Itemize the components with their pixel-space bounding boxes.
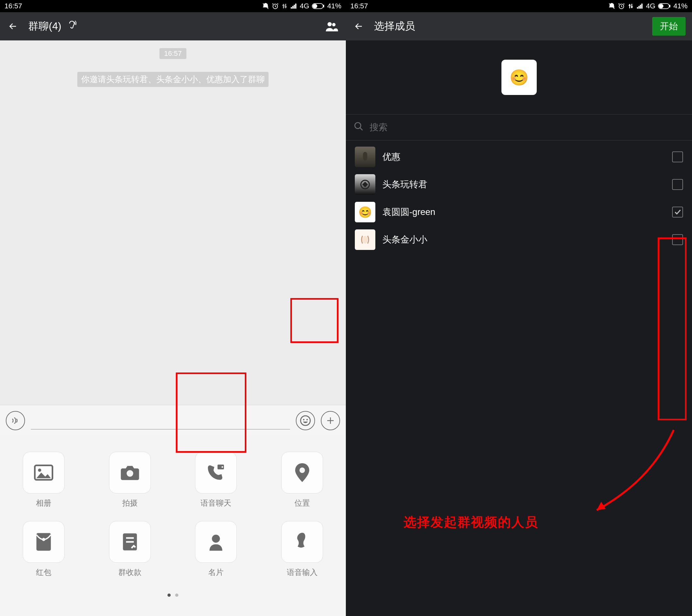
voice-toggle-button[interactable] [6,411,25,430]
member-checkbox[interactable] [672,179,683,190]
alarm-icon [272,3,279,9]
attach-groupcollect[interactable]: 群收款 [98,521,162,577]
attach-voicechat[interactable]: 语音聊天 [184,452,248,508]
member-checkbox[interactable] [672,234,683,245]
member-row[interactable]: 头条玩转君 [346,171,692,198]
attach-card-label: 名片 [208,567,223,577]
member-checkbox[interactable] [672,151,683,162]
svg-point-25 [212,535,220,543]
member-name: 头条玩转君 [383,178,665,191]
svg-rect-4 [294,5,295,8]
svg-rect-33 [669,5,670,7]
chat-body: 16:57 你邀请头条玩转君、头条金小小、优惠加入了群聊 [0,40,346,405]
svg-rect-34 [659,4,664,8]
members-button[interactable] [324,19,340,34]
network-label: 4G [300,2,309,10]
emoji-button[interactable] [296,411,315,430]
annotation-caption: 选择发起群视频的人员 [404,513,538,531]
attach-redpacket-label: 红包 [36,567,51,577]
member-name: 头条金小小 [383,234,665,246]
member-name: 袁圆圆-green [383,206,665,218]
back-button[interactable] [6,20,19,33]
avatar-emoji-icon: 😊 [510,68,529,87]
svg-rect-20 [37,533,51,551]
search-placeholder: 搜索 [370,121,388,133]
page-dot-1 [168,594,171,597]
selected-avatar-area: 😊 [346,40,692,114]
svg-rect-31 [641,4,642,9]
attach-voiceinput[interactable]: 语音输入 [270,521,334,577]
attach-redpacket[interactable]: 红包 [12,521,76,577]
chat-header: 群聊(4) [0,12,346,40]
status-time: 16:57 [4,2,22,10]
screen-selectmember: 16:57 4G 41% 选择成员 开始 😊 [346,0,692,616]
member-avatar [355,147,375,167]
attach-location[interactable]: 位置 [270,452,334,508]
svg-rect-2 [291,7,291,9]
status-bar: 16:57 4G 41% [346,0,692,12]
system-message: 你邀请头条玩转君、头条金小小、优惠加入了群聊 [77,72,268,87]
svg-point-18 [222,466,223,468]
svg-point-15 [38,469,41,472]
earpiece-icon[interactable] [67,20,77,33]
attach-voiceinput-label: 语音输入 [287,567,318,577]
svg-rect-24 [126,541,134,543]
attach-location-label: 位置 [295,498,310,508]
signal-icon [290,3,297,9]
member-row[interactable]: 😊 袁圆圆-green [346,198,692,226]
status-bar: 16:57 4G 41% [0,0,346,12]
svg-rect-8 [313,4,317,8]
member-row[interactable]: 优惠 [346,143,692,171]
svg-point-13 [306,419,308,420]
selected-avatar[interactable]: 😊 [501,60,537,95]
svg-rect-7 [323,5,324,7]
attachment-panel: 相册 拍摄 语音聊天 位置 红包 群收款 [0,436,346,616]
start-button[interactable]: 开始 [652,17,686,36]
attach-album[interactable]: 相册 [12,452,76,508]
svg-rect-28 [637,7,638,9]
input-bar [0,405,346,436]
svg-rect-29 [639,6,640,8]
updown-icon [281,3,288,9]
search-row[interactable]: 搜索 [346,114,692,141]
member-checkbox-checked[interactable] [672,207,683,217]
attach-groupcollect-label: 群收款 [118,567,142,577]
page-indicator [12,590,334,603]
member-list: 优惠 头条玩转君 😊 袁圆圆-green 头条金小小 [346,141,692,256]
svg-point-35 [355,123,361,129]
member-avatar [355,229,375,250]
message-input[interactable] [31,412,290,430]
svg-point-9 [328,22,332,26]
page-dot-2 [175,594,178,597]
battery-icon [658,3,671,9]
dnd-icon [608,3,615,9]
alarm-icon [618,3,625,9]
attach-voicechat-label: 语音聊天 [200,498,231,508]
svg-point-10 [332,23,336,27]
attach-card[interactable]: 名片 [184,521,248,577]
status-time: 16:57 [350,2,368,10]
back-button[interactable] [352,20,365,33]
dnd-icon [262,3,269,9]
updown-icon [628,3,634,9]
signal-icon [636,3,644,9]
svg-point-21 [42,538,45,541]
battery-label: 41% [327,2,341,10]
svg-rect-5 [295,4,296,9]
member-avatar: 😊 [355,202,375,222]
attach-camera[interactable]: 拍摄 [98,452,162,508]
svg-rect-23 [126,537,134,539]
member-row[interactable]: 头条金小小 [346,226,692,253]
svg-rect-3 [292,6,293,8]
svg-point-19 [299,467,305,473]
chat-timestamp: 16:57 [159,48,186,59]
member-name: 优惠 [383,151,665,163]
network-label: 4G [646,2,655,10]
battery-icon [312,3,325,9]
battery-label: 41% [673,2,688,10]
plus-button[interactable] [321,411,340,430]
search-icon [353,121,364,134]
svg-point-37 [363,236,368,243]
member-avatar [355,174,375,195]
select-title: 选择成员 [374,19,415,34]
